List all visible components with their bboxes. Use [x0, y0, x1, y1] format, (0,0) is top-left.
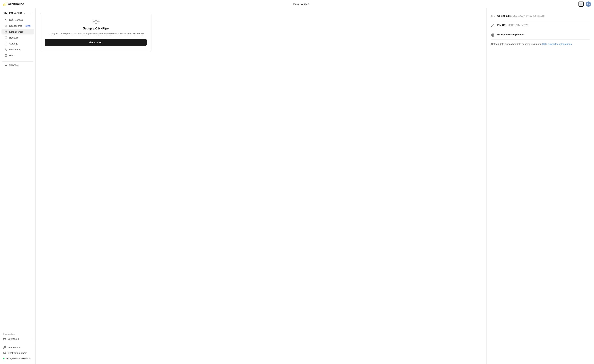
svg-point-25: [492, 34, 494, 35]
waves-icon: [92, 19, 100, 25]
beta-badge: Beta: [25, 25, 31, 27]
terminal-icon: [4, 18, 7, 21]
datasource-predefined-sample-content: Predefined sample data: [497, 33, 590, 36]
datasource-upload-file-title: Upload a file: [497, 14, 512, 17]
org-section: Organization Deliverush ›: [0, 332, 35, 343]
service-selector[interactable]: My First Service ⌄: [1, 10, 27, 15]
globe-icon: [4, 30, 7, 33]
datasource-predefined-sample-title: Predefined sample data: [497, 33, 524, 36]
sidebar-item-settings[interactable]: Settings: [1, 41, 34, 46]
sidebar-item-backups[interactable]: Backups: [1, 35, 34, 40]
connect-icon: [4, 63, 7, 66]
link-icon: [491, 24, 495, 28]
main-layout: My First Service ⌄ + SQL Console Dashboa…: [0, 8, 594, 364]
all-systems-status[interactable]: All systems operational: [1, 356, 34, 361]
topnav: ClickHouse Data Sources CA: [0, 0, 594, 8]
chat-support-button[interactable]: Chat with support: [1, 350, 34, 356]
svg-rect-1: [7, 25, 7, 27]
left-panel: Set up a ClickPipe Configure ClickPipes …: [36, 8, 486, 364]
activity-icon: [4, 48, 7, 51]
service-name: My First Service: [4, 12, 22, 14]
datasource-file-url-subtitle: JSON, CSV or TSV: [509, 24, 528, 26]
clickpipe-description: Configure ClickPipes to seamlessly inges…: [48, 32, 144, 35]
sidebar-item-label: Dashboards: [9, 25, 22, 27]
integrations-button[interactable]: Integrations: [1, 344, 34, 350]
sidebar-item-label: Monitoring: [9, 48, 20, 51]
sidebar-item-label: Backups: [9, 36, 19, 39]
sidebar-item-monitoring[interactable]: Monitoring: [1, 47, 34, 52]
status-dot-icon: [3, 358, 4, 359]
sidebar-item-dashboards[interactable]: Dashboards Beta: [1, 23, 34, 29]
datasource-upload-file-content: Upload a file JSON, CSV or TSV (up to 1G…: [497, 14, 590, 18]
all-systems-label: All systems operational: [6, 357, 31, 360]
sidebar-item-label: Data sources: [9, 30, 24, 33]
sidebar: My First Service ⌄ + SQL Console Dashboa…: [0, 8, 36, 364]
sliders-icon: [4, 42, 7, 45]
avatar[interactable]: CA: [586, 1, 591, 7]
database-icon: [491, 33, 495, 37]
datasource-predefined-sample[interactable]: Predefined sample data: [491, 30, 590, 40]
sidebar-item-data-sources[interactable]: Data sources: [1, 29, 34, 34]
datasource-upload-file[interactable]: Upload a file JSON, CSV or TSV (up to 1G…: [491, 12, 590, 21]
message-icon: [3, 351, 6, 354]
sidebar-item-connect[interactable]: Connect: [1, 61, 34, 68]
chat-support-label: Chat with support: [8, 351, 27, 354]
sidebar-item-sql-console[interactable]: SQL Console: [1, 17, 34, 23]
org-label: Organization: [3, 333, 33, 335]
logo-text: ClickHouse: [8, 2, 24, 6]
logo-icon: [3, 2, 6, 6]
clickpipe-card: Set up a ClickPipe Configure ClickPipes …: [40, 13, 151, 52]
datasource-file-url[interactable]: File URL JSON, CSV or TSV: [491, 21, 590, 30]
integrations-link[interactable]: 100+ supported integrations.: [542, 43, 572, 46]
or-load-text: Or load data from other data sources usi…: [491, 43, 590, 46]
right-panel: Upload a file JSON, CSV or TSV (up to 1G…: [486, 8, 594, 364]
org-chevron-icon: ›: [32, 338, 33, 340]
content-area: Set up a ClickPipe Configure ClickPipes …: [36, 8, 594, 364]
notification-button[interactable]: [578, 1, 584, 7]
bottom-section: Integrations Chat with support All syste…: [0, 343, 35, 363]
svg-rect-21: [3, 338, 5, 340]
page-title: Data Sources: [293, 3, 309, 6]
sidebar-item-label: Help: [9, 54, 14, 57]
org-item[interactable]: Deliverush ›: [3, 336, 33, 341]
sidebar-item-label: Settings: [9, 42, 18, 45]
help-circle-icon: [4, 54, 7, 57]
get-started-button[interactable]: Get started: [45, 39, 147, 46]
upload-cloud-icon: [491, 15, 495, 18]
integrations-label: Integrations: [8, 346, 20, 349]
datasource-upload-file-subtitle: JSON, CSV or TSV (up to 1GB): [513, 15, 544, 17]
sidebar-item-help[interactable]: Help: [1, 53, 34, 58]
svg-rect-18: [5, 64, 7, 65]
add-service-button[interactable]: +: [29, 11, 33, 15]
datasource-file-url-title: File URL: [497, 24, 507, 26]
svg-rect-2: [6, 25, 6, 27]
building-icon: [3, 337, 6, 340]
svg-rect-3: [5, 26, 5, 27]
org-name: Deliverush: [7, 338, 19, 340]
clock-icon: [4, 36, 7, 39]
chevron-down-icon: ⌄: [23, 12, 25, 14]
datasource-file-url-content: File URL JSON, CSV or TSV: [497, 24, 590, 27]
sidebar-item-label: SQL Console: [9, 19, 24, 21]
puzzle-icon: [3, 346, 6, 349]
bar-chart-icon: [4, 24, 7, 27]
clickpipe-title: Set up a ClickPipe: [83, 27, 109, 30]
logo[interactable]: ClickHouse: [3, 2, 24, 6]
connect-label: Connect: [9, 64, 18, 66]
